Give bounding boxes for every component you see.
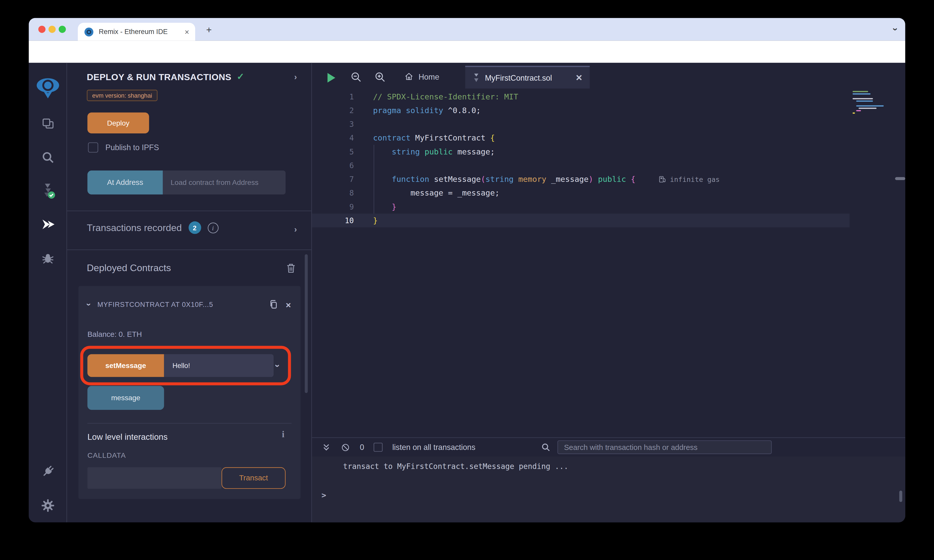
minimap[interactable] <box>852 91 889 115</box>
gas-estimate-annotation: infinite gas <box>659 172 720 186</box>
tab-title: Remix - Ethereum IDE <box>99 28 180 35</box>
low-level-title: Low level interactions <box>87 432 168 442</box>
file-explorer-icon[interactable] <box>39 114 57 134</box>
divider <box>67 211 311 211</box>
home-tab[interactable]: Home <box>397 68 447 86</box>
collapse-terminal-icon[interactable] <box>322 442 331 452</box>
code-line-4: 4contract MyFirstContract { <box>312 131 849 145</box>
solidity-compiler-icon[interactable] <box>39 182 57 200</box>
publish-ipfs-checkbox[interactable] <box>88 142 98 152</box>
plugin-manager-icon[interactable] <box>39 462 57 481</box>
remix-app: DEPLOY & RUN TRANSACTIONS ✓ › evm versio… <box>29 63 905 523</box>
success-check-icon: ✓ <box>237 71 244 82</box>
clear-console-ban-icon[interactable] <box>341 442 350 452</box>
set-message-expand-chevron-icon[interactable]: › <box>277 354 280 377</box>
panel-title: DEPLOY & RUN TRANSACTIONS <box>87 72 231 82</box>
tab-strip: Remix - Ethereum IDE × + › <box>29 18 905 41</box>
line-number: 7 <box>312 175 354 184</box>
remix-logo[interactable] <box>35 75 61 101</box>
terminal-search-input[interactable] <box>557 440 772 454</box>
low-level-info-icon[interactable]: i <box>282 430 285 440</box>
transactions-count-badge: 2 <box>188 222 201 234</box>
code-line-5: 5 string public message; <box>312 145 849 158</box>
deployed-contract-card: › MYFIRSTCONTRACT AT 0X10F...5 × Balance… <box>79 286 301 499</box>
search-icon[interactable] <box>39 148 57 167</box>
deploy-run-icon[interactable] <box>39 215 57 234</box>
code-line-9: 9 } <box>312 200 849 214</box>
close-tab-icon[interactable]: × <box>185 28 190 36</box>
file-tab-active[interactable]: MyFirstContract.sol ✕ <box>465 66 590 89</box>
toolbar: ← → ↻ remix.ethereum.org/#lang=en&optimi… <box>29 41 905 63</box>
at-address-input[interactable] <box>163 171 286 194</box>
transactions-expand-chevron-icon[interactable]: › <box>294 225 297 234</box>
transactions-recorded-label: Transactions recorded <box>87 222 182 233</box>
line-number: 5 <box>312 147 354 156</box>
browser-tab[interactable]: Remix - Ethereum IDE × <box>78 23 195 41</box>
panel-scrollbar[interactable] <box>305 254 308 393</box>
code-line-10: 10} <box>312 214 849 227</box>
minimize-window-button[interactable] <box>48 26 55 33</box>
listen-transactions-checkbox[interactable] <box>374 443 383 452</box>
pending-count: 0 <box>360 443 364 452</box>
code-line-6: 6 <box>312 158 849 172</box>
remix-favicon <box>84 27 94 37</box>
contract-collapse-chevron-icon[interactable]: › <box>88 300 91 309</box>
set-message-input[interactable] <box>164 354 274 377</box>
line-number: 6 <box>312 161 354 170</box>
clear-contracts-trash-icon[interactable] <box>285 262 297 274</box>
divider <box>87 423 291 423</box>
log-line: transact to MyFirstContract.setMessage p… <box>343 462 569 471</box>
home-icon <box>404 72 414 82</box>
file-tab-label: MyFirstContract.sol <box>485 73 571 82</box>
tab-search-chevron-icon[interactable]: › <box>891 25 900 34</box>
zoom-in-icon[interactable] <box>374 71 386 83</box>
deploy-run-panel: DEPLOY & RUN TRANSACTIONS ✓ › evm versio… <box>67 63 311 523</box>
code-editor-area: Home MyFirstContract.sol ✕ 1// SPDX-Lice… <box>311 63 905 437</box>
remove-contract-icon[interactable]: × <box>286 300 291 309</box>
terminal-scrollbar-thumb[interactable] <box>899 491 902 502</box>
divider <box>67 249 311 250</box>
line-number: 4 <box>312 134 354 142</box>
home-tab-label: Home <box>419 72 439 81</box>
line-number: 10 <box>312 216 354 225</box>
solidity-file-icon <box>472 73 480 83</box>
run-script-play-icon[interactable] <box>327 73 335 83</box>
at-address-button[interactable]: At Address <box>87 171 163 194</box>
terminal-log: transact to MyFirstContract.setMessage p… <box>312 457 905 522</box>
calldata-label: CALLDATA <box>87 451 126 460</box>
code-line-8: 8 message = _message; <box>312 186 849 200</box>
message-button[interactable]: message <box>87 386 164 410</box>
line-number: 9 <box>312 202 354 211</box>
deploy-button[interactable]: Deploy <box>87 112 149 134</box>
code-line-2: 2pragma solidity ^0.8.0; <box>312 103 849 117</box>
code-line-3: 3 <box>312 117 849 131</box>
editor-scrollbar-thumb[interactable] <box>895 177 905 180</box>
zoom-out-icon[interactable] <box>350 71 362 83</box>
transact-button[interactable]: Transact <box>222 467 285 489</box>
settings-icon[interactable] <box>39 496 57 515</box>
line-number: 2 <box>312 106 354 115</box>
new-tab-button[interactable]: + <box>203 25 214 35</box>
close-window-button[interactable] <box>39 26 45 33</box>
set-message-button[interactable]: setMessage <box>87 354 164 377</box>
indent-guide <box>374 145 374 214</box>
gas-pump-icon <box>659 175 666 183</box>
terminal-prompt[interactable]: > <box>322 491 326 499</box>
code-editor[interactable]: 1// SPDX-License-Identifier: MIT2pragma … <box>312 90 849 228</box>
listen-transactions-label: listen on all transactions <box>392 443 475 452</box>
publish-ipfs-label: Publish to IPFS <box>105 143 159 152</box>
calldata-input[interactable] <box>87 467 221 489</box>
debugger-icon[interactable] <box>39 248 57 267</box>
copy-address-icon[interactable] <box>268 299 279 310</box>
close-file-tab-icon[interactable]: ✕ <box>576 74 583 82</box>
code-line-1: 1// SPDX-License-Identifier: MIT <box>312 90 849 103</box>
maximize-window-button[interactable] <box>59 26 66 33</box>
info-icon[interactable]: i <box>208 222 218 233</box>
code-line-7: 7 function setMessage(string memory _mes… <box>312 172 849 186</box>
browser-window: Remix - Ethereum IDE × + › ← → ↻ remix.e… <box>29 18 905 523</box>
icon-rail <box>29 63 67 523</box>
evm-version-badge: evm version: shanghai <box>87 90 157 101</box>
terminal-search-icon <box>541 442 551 452</box>
terminal: 0 listen on all transactions transact to… <box>311 437 905 522</box>
panel-collapse-chevron-icon[interactable]: › <box>294 72 297 82</box>
